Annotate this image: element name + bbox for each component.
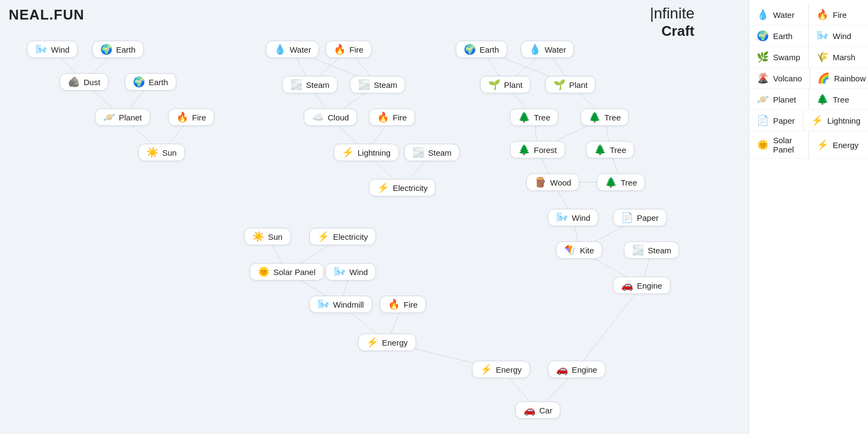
electricity1-icon: ⚡ (377, 183, 389, 193)
sidebar-item-energy[interactable]: ⚡Energy (809, 131, 868, 159)
electricity2-label: Electricity (333, 232, 368, 241)
earth2-label: Earth (149, 78, 168, 87)
water1-icon: 💧 (274, 44, 286, 54)
element-earth2[interactable]: 🌍Earth (125, 73, 176, 91)
sidebar-item-fire[interactable]: 🔥Fire (809, 4, 868, 25)
element-planet1[interactable]: 🪐Planet (95, 108, 150, 126)
sidebar-item-wind[interactable]: 🌬️Wind (809, 25, 868, 47)
element-tree2[interactable]: 🌲Tree (580, 108, 629, 126)
wind2-icon: 🌬️ (334, 267, 346, 277)
element-cloud1[interactable]: ☁️Cloud (304, 108, 357, 126)
sidebar-item-swamp[interactable]: 🌿Swamp (749, 47, 809, 68)
element-fire4[interactable]: 🔥Fire (380, 296, 426, 313)
tree4-label: Tree (621, 178, 637, 187)
cloud1-icon: ☁️ (312, 112, 324, 122)
windmill1-label: Windmill (333, 300, 364, 309)
element-steam2[interactable]: 🌫️Steam (350, 76, 405, 93)
element-wind2[interactable]: 🌬️Wind (326, 263, 376, 280)
element-steam4[interactable]: 🌫️Steam (624, 241, 679, 259)
element-energy1[interactable]: ⚡Energy (358, 334, 416, 351)
element-forest1[interactable]: 🌲Forest (510, 141, 565, 158)
element-solar_panel1[interactable]: 🌞Solar Panel (250, 263, 324, 280)
steam2-label: Steam (374, 80, 397, 90)
sidebar-item-lightning[interactable]: ⚡Lightning (803, 110, 868, 131)
element-dust1[interactable]: 🪨Dust (60, 73, 108, 91)
title-craft: Craft (650, 23, 694, 40)
sidebar-pair-12: 🌞Solar Panel⚡Energy (749, 131, 868, 159)
element-fire2[interactable]: 🔥Fire (326, 41, 372, 58)
element-fire1[interactable]: 🔥Fire (168, 108, 214, 126)
element-paper1[interactable]: 📄Paper (613, 209, 667, 226)
sidebar-earth-label: Earth (773, 31, 793, 41)
element-electricity2[interactable]: ⚡Electricity (309, 228, 376, 245)
sidebar-item-volcano[interactable]: 🌋Volcano (749, 68, 810, 89)
title-bracket: |nfinite (650, 4, 694, 23)
sidebar-item-solar-panel[interactable]: 🌞Solar Panel (749, 131, 809, 159)
planet1-icon: 🪐 (103, 112, 115, 122)
element-tree3[interactable]: 🌲Tree (586, 141, 634, 158)
sidebar-item-planet[interactable]: 🪐Planet (749, 89, 809, 110)
element-earth3[interactable]: 🌍Earth (456, 41, 507, 58)
element-car1[interactable]: 🚗Car (515, 401, 560, 419)
svg-line-40 (577, 285, 642, 369)
steam3-label: Steam (428, 148, 451, 157)
element-engine2[interactable]: 🚗Engine (548, 361, 605, 378)
element-fire3[interactable]: 🔥Fire (369, 108, 415, 126)
sidebar-volcano-label: Volcano (773, 74, 802, 83)
element-steam3[interactable]: 🌫️Steam (404, 144, 459, 161)
tree1-label: Tree (534, 113, 550, 122)
element-sun2[interactable]: ☀️Sun (244, 228, 291, 245)
sidebar-item-rainbow[interactable]: 🌈Rainbow (810, 68, 868, 89)
lightning1-label: Lightning (358, 148, 391, 157)
element-wood1[interactable]: 🪵Wood (526, 174, 579, 191)
sidebar-item-earth[interactable]: 🌍Earth (749, 25, 809, 47)
sidebar-item-marsh[interactable]: 🌾Marsh (809, 47, 868, 68)
sidebar-fire-label: Fire (833, 10, 847, 20)
element-kite1[interactable]: 🪁Kite (556, 241, 602, 259)
paper1-icon: 📄 (621, 213, 633, 222)
dust1-icon: 🪨 (68, 77, 80, 87)
element-sun1[interactable]: ☀️Sun (138, 144, 185, 161)
element-engine1[interactable]: 🚗Engine (613, 277, 671, 294)
wood1-icon: 🪵 (534, 177, 546, 187)
element-electricity1[interactable]: ⚡Electricity (369, 179, 436, 196)
lightning1-icon: ⚡ (342, 148, 354, 157)
element-water2[interactable]: 💧Water (521, 41, 574, 58)
sidebar-tree-label: Tree (833, 95, 849, 104)
wind2-label: Wind (349, 267, 368, 277)
forest1-label: Forest (534, 145, 557, 155)
element-earth1[interactable]: 🌍Earth (92, 41, 144, 58)
plant1-icon: 🌱 (488, 80, 500, 90)
element-wind3[interactable]: 🌬️Wind (548, 209, 598, 226)
element-steam1[interactable]: 🌫️Steam (282, 76, 337, 93)
element-plant2[interactable]: 🌱Plant (545, 76, 596, 93)
sun2-icon: ☀️ (252, 232, 264, 241)
kite1-icon: 🪁 (564, 245, 576, 255)
sidebar-tree-icon: 🌲 (816, 93, 828, 105)
wind1-icon: 🌬️ (35, 44, 47, 54)
sidebar: 💧Water🔥Fire🌍Earth🌬️Wind🌿Swamp🌾Marsh🌋Volc… (749, 0, 868, 434)
sidebar-item-water[interactable]: 💧Water (749, 4, 809, 25)
sidebar-marsh-icon: 🌾 (816, 51, 828, 63)
element-plant1[interactable]: 🌱Plant (480, 76, 531, 93)
element-water1[interactable]: 💧Water (266, 41, 319, 58)
element-windmill1[interactable]: 🌬️Windmill (309, 296, 372, 313)
sidebar-item-tree[interactable]: 🌲Tree (809, 89, 868, 110)
sidebar-pair-6: 🌋Volcano🌈Rainbow (749, 68, 868, 89)
element-tree4[interactable]: 🌲Tree (597, 174, 645, 191)
electricity1-label: Electricity (393, 183, 427, 193)
planet1-label: Planet (119, 113, 142, 122)
connection-lines (0, 0, 868, 434)
element-tree1[interactable]: 🌲Tree (510, 108, 558, 126)
element-lightning1[interactable]: ⚡Lightning (334, 144, 399, 161)
fire3-label: Fire (393, 113, 407, 122)
sidebar-energy-label: Energy (833, 141, 859, 150)
element-energy2[interactable]: ⚡Energy (472, 361, 530, 378)
engine2-label: Engine (572, 365, 597, 374)
sidebar-swamp-label: Swamp (773, 53, 800, 62)
sidebar-energy-icon: ⚡ (816, 139, 828, 151)
sidebar-item-paper[interactable]: 📄Paper (749, 110, 803, 131)
element-wind1[interactable]: 🌬️Wind (27, 41, 78, 58)
tree1-icon: 🌲 (518, 112, 530, 122)
sidebar-wind-label: Wind (833, 31, 851, 41)
